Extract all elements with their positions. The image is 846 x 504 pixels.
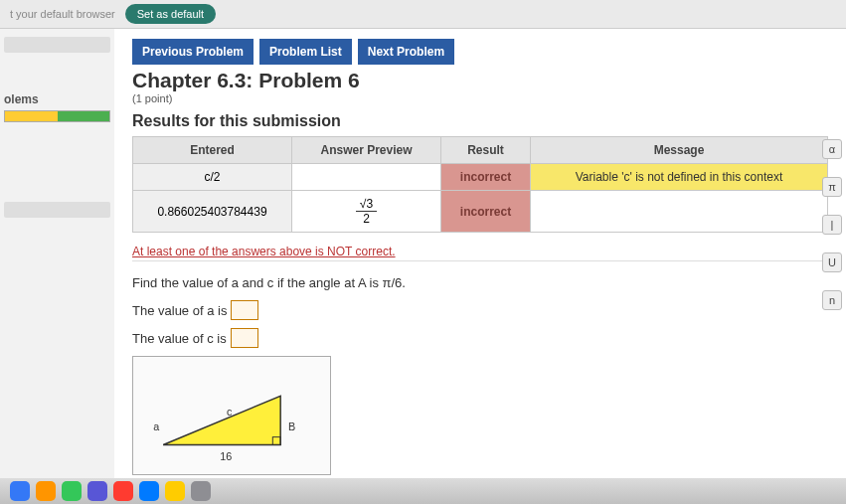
triangle-figure: a c B 16 <box>132 356 331 475</box>
key-bar[interactable]: | <box>822 215 842 235</box>
header-entered: Entered <box>133 137 292 164</box>
dock-app-icon[interactable] <box>87 481 107 501</box>
results-table: Entered Answer Preview Result Message c/… <box>132 136 828 233</box>
cell-preview <box>292 164 441 191</box>
label-a: a <box>153 420 159 432</box>
answer-c-row: The value of c is <box>132 328 828 348</box>
cell-entered: c/2 <box>133 164 292 191</box>
sidebar-placeholder-2 <box>4 202 110 218</box>
problem-list-button[interactable]: Problem List <box>259 39 352 65</box>
sidebar-label: olems <box>4 92 110 106</box>
answer-a-row: The value of a is <box>132 300 828 320</box>
dock-app-icon[interactable] <box>139 481 159 501</box>
label-B: B <box>288 420 295 432</box>
table-row: c/2 incorrect Variable 'c' is not define… <box>133 164 828 191</box>
symbol-palette: α π | U n <box>822 139 842 310</box>
header-result: Result <box>441 137 531 164</box>
cell-result: incorrect <box>441 191 531 233</box>
header-preview: Answer Preview <box>292 137 441 164</box>
label-c: c <box>227 406 233 418</box>
sidebar: olems <box>0 29 114 504</box>
cell-entered: 0.866025403784439 <box>133 191 292 233</box>
progress-bar <box>4 110 110 122</box>
main-content: Previous Problem Problem List Next Probl… <box>114 29 846 504</box>
table-row: 0.866025403784439 √3 2 incorrect <box>133 191 828 233</box>
cell-result: incorrect <box>441 164 531 191</box>
answer-c-label: The value of c is <box>132 331 227 346</box>
set-default-button[interactable]: Set as default <box>125 4 216 24</box>
fraction-den: 2 <box>356 212 377 226</box>
points-label: (1 point) <box>132 92 828 104</box>
answer-a-label: The value of a is <box>132 303 227 318</box>
key-alpha[interactable]: α <box>822 139 842 159</box>
page-title: Chapter 6.3: Problem 6 <box>132 69 828 92</box>
cell-preview: √3 2 <box>292 191 441 233</box>
fraction-num: √3 <box>356 197 377 212</box>
dock-app-icon[interactable] <box>113 481 133 501</box>
browser-default-bar: t your default browser Set as default <box>0 0 846 29</box>
prev-problem-button[interactable]: Previous Problem <box>132 39 254 65</box>
cell-message: Variable 'c' is not defined in this cont… <box>531 164 828 191</box>
answer-a-input[interactable] <box>231 300 258 320</box>
svg-marker-0 <box>163 396 280 444</box>
label-base: 16 <box>220 450 232 462</box>
results-heading: Results for this submission <box>132 112 828 130</box>
dock-app-icon[interactable] <box>191 481 211 501</box>
dock-app-icon[interactable] <box>36 481 56 501</box>
dock <box>0 478 846 504</box>
header-message: Message <box>531 137 828 164</box>
warning-text: At least one of the answers above is NOT… <box>132 243 828 261</box>
problem-nav: Previous Problem Problem List Next Probl… <box>132 39 828 65</box>
dock-app-icon[interactable] <box>62 481 82 501</box>
next-problem-button[interactable]: Next Problem <box>358 39 454 65</box>
dock-app-icon[interactable] <box>10 481 30 501</box>
sidebar-placeholder <box>4 37 110 53</box>
question-text: Find the value of a and c if the angle a… <box>132 275 828 290</box>
dock-app-icon[interactable] <box>165 481 185 501</box>
cell-message <box>531 191 828 233</box>
key-pi[interactable]: π <box>822 177 842 197</box>
answer-c-input[interactable] <box>231 328 258 348</box>
key-union[interactable]: U <box>822 252 842 272</box>
table-header-row: Entered Answer Preview Result Message <box>133 137 828 164</box>
key-n[interactable]: n <box>822 290 842 310</box>
browser-hint: t your default browser <box>10 8 115 20</box>
